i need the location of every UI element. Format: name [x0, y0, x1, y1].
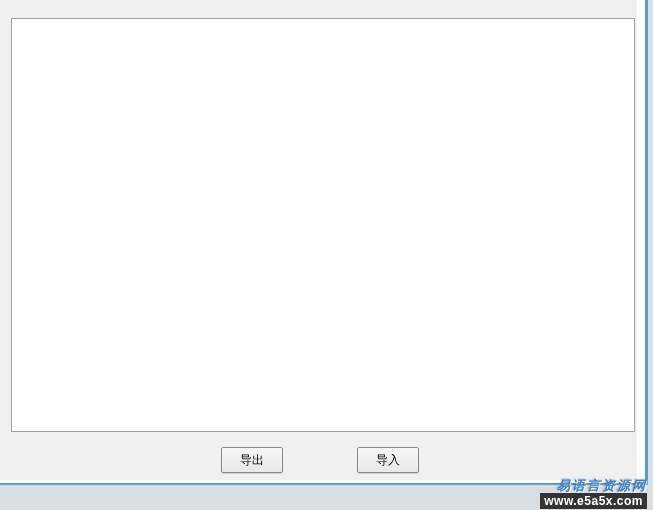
window-frame: 导出 导入: [0, 0, 648, 485]
export-button[interactable]: 导出: [221, 447, 283, 473]
main-content-panel: [11, 18, 635, 432]
watermark-title: 易语言资源网: [540, 478, 647, 494]
window-client-area: 导出 导入: [0, 0, 637, 480]
watermark: 易语言资源网 www.e5a5x.com: [540, 478, 647, 508]
watermark-url: www.e5a5x.com: [540, 493, 647, 509]
button-row: 导出 导入: [0, 443, 640, 477]
import-button[interactable]: 导入: [357, 447, 419, 473]
